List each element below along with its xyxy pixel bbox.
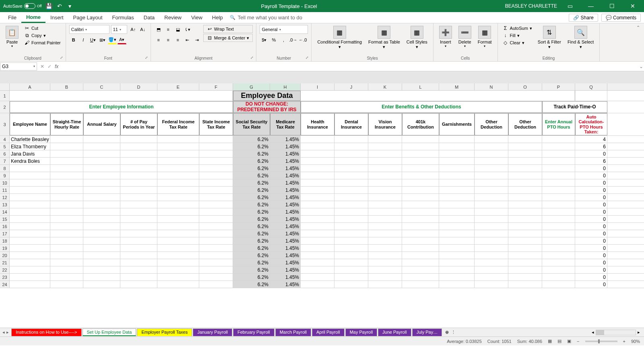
cell[interactable] bbox=[368, 150, 402, 157]
cell[interactable]: 6 bbox=[575, 143, 607, 150]
delete-cells-button[interactable]: ➖Delete▾ bbox=[456, 25, 474, 49]
cell[interactable] bbox=[83, 230, 120, 237]
tab-page-layout[interactable]: Page Layout bbox=[68, 12, 107, 23]
col-N[interactable]: N bbox=[475, 83, 508, 90]
tab-file[interactable]: File bbox=[3, 12, 21, 23]
cell[interactable] bbox=[542, 208, 575, 215]
cell[interactable] bbox=[83, 201, 120, 208]
cell[interactable] bbox=[334, 274, 368, 280]
cell[interactable] bbox=[475, 201, 508, 208]
cell[interactable] bbox=[120, 179, 157, 186]
align-middle-icon[interactable]: ≡ bbox=[164, 25, 173, 34]
cell[interactable] bbox=[83, 252, 120, 259]
header-cell[interactable]: Enter Annual PTO Hours bbox=[542, 113, 575, 135]
cell[interactable] bbox=[368, 208, 402, 215]
tab-review[interactable]: Review bbox=[159, 12, 186, 23]
col-A[interactable]: A bbox=[10, 83, 50, 90]
cell[interactable] bbox=[301, 216, 334, 222]
cell[interactable] bbox=[120, 252, 157, 259]
cell[interactable] bbox=[475, 245, 508, 251]
cell[interactable] bbox=[542, 165, 575, 172]
cell[interactable] bbox=[50, 172, 83, 179]
cell[interactable] bbox=[157, 274, 199, 280]
cell[interactable]: Enter Benefits & Other Deductions bbox=[301, 101, 542, 113]
cell-styles-button[interactable]: ▦Cell Styles ▾ bbox=[404, 25, 430, 50]
cell[interactable] bbox=[334, 259, 368, 266]
cell[interactable] bbox=[508, 266, 542, 273]
cell[interactable] bbox=[301, 165, 334, 172]
tab-home[interactable]: Home bbox=[21, 12, 45, 23]
cell[interactable] bbox=[157, 179, 199, 186]
cell[interactable] bbox=[402, 165, 439, 172]
cell[interactable] bbox=[50, 150, 83, 157]
cell[interactable]: 0 bbox=[575, 274, 607, 280]
cell[interactable]: 0 bbox=[575, 216, 607, 222]
redo-icon[interactable]: ▾ bbox=[67, 3, 73, 9]
cell[interactable]: 1.45% bbox=[270, 187, 301, 193]
cell[interactable] bbox=[475, 187, 508, 193]
cell[interactable] bbox=[10, 223, 50, 230]
cell[interactable] bbox=[542, 136, 575, 143]
cell[interactable] bbox=[157, 266, 199, 273]
cell[interactable] bbox=[301, 252, 334, 259]
cell[interactable] bbox=[508, 172, 542, 179]
cell[interactable] bbox=[402, 172, 439, 179]
cell[interactable] bbox=[402, 158, 439, 164]
cell[interactable]: 6.2% bbox=[233, 187, 270, 193]
cell[interactable] bbox=[157, 281, 199, 288]
cell[interactable]: 6.2% bbox=[233, 230, 270, 237]
cell[interactable] bbox=[10, 274, 50, 280]
cell[interactable]: 1.45% bbox=[270, 172, 301, 179]
cell[interactable]: 0 bbox=[575, 194, 607, 201]
cell[interactable] bbox=[402, 216, 439, 222]
cell[interactable]: Eliza Thornberry bbox=[10, 143, 50, 150]
sheet-tab[interactable]: June Payroll bbox=[378, 328, 411, 336]
cell[interactable] bbox=[301, 172, 334, 179]
header-cell[interactable]: Federal Income Tax Rate bbox=[157, 113, 199, 135]
view-normal-icon[interactable]: ▦ bbox=[548, 339, 552, 344]
cell[interactable] bbox=[439, 281, 475, 288]
cell[interactable] bbox=[301, 230, 334, 237]
cell[interactable] bbox=[439, 150, 475, 157]
cell[interactable] bbox=[10, 259, 50, 266]
cell[interactable] bbox=[50, 245, 83, 251]
cell[interactable] bbox=[301, 150, 334, 157]
cell[interactable]: 6.2% bbox=[233, 158, 270, 164]
cell[interactable] bbox=[368, 187, 402, 193]
cell[interactable] bbox=[508, 187, 542, 193]
cell[interactable]: 1.45% bbox=[270, 179, 301, 186]
cell[interactable]: 1.45% bbox=[270, 208, 301, 215]
header-cell[interactable]: Employee Name bbox=[10, 113, 50, 135]
cell[interactable] bbox=[10, 179, 50, 186]
font-color-button[interactable]: A▾ bbox=[118, 35, 126, 44]
cell[interactable]: 1.45% bbox=[270, 245, 301, 251]
cell[interactable]: 1.45% bbox=[270, 274, 301, 280]
cell[interactable] bbox=[334, 266, 368, 273]
col-B[interactable]: B bbox=[50, 83, 83, 90]
cell[interactable] bbox=[199, 143, 233, 150]
font-name-select[interactable]: Calibri bbox=[69, 25, 109, 34]
cell[interactable]: 0 bbox=[575, 208, 607, 215]
align-right-icon[interactable]: ≡ bbox=[173, 35, 182, 44]
cell[interactable] bbox=[439, 237, 475, 244]
header-cell[interactable]: # of Pay Periods in Year bbox=[120, 113, 157, 135]
cell[interactable] bbox=[542, 150, 575, 157]
insert-cells-button[interactable]: ➕Insert▾ bbox=[437, 25, 454, 49]
fx-icon[interactable]: fx bbox=[55, 64, 61, 69]
cell[interactable] bbox=[120, 230, 157, 237]
cell[interactable] bbox=[50, 252, 83, 259]
cell[interactable] bbox=[542, 266, 575, 273]
cell[interactable]: 6 bbox=[575, 158, 607, 164]
cell[interactable] bbox=[50, 179, 83, 186]
cell[interactable] bbox=[475, 237, 508, 244]
cell[interactable]: 6.2% bbox=[233, 201, 270, 208]
cell[interactable] bbox=[83, 172, 120, 179]
cell[interactable] bbox=[199, 230, 233, 237]
cell[interactable] bbox=[10, 252, 50, 259]
cell[interactable] bbox=[402, 281, 439, 288]
cell[interactable]: 1.45% bbox=[270, 150, 301, 157]
cell[interactable]: 0 bbox=[575, 237, 607, 244]
cell[interactable]: 0 bbox=[575, 223, 607, 230]
cell[interactable] bbox=[199, 158, 233, 164]
cell[interactable] bbox=[199, 150, 233, 157]
